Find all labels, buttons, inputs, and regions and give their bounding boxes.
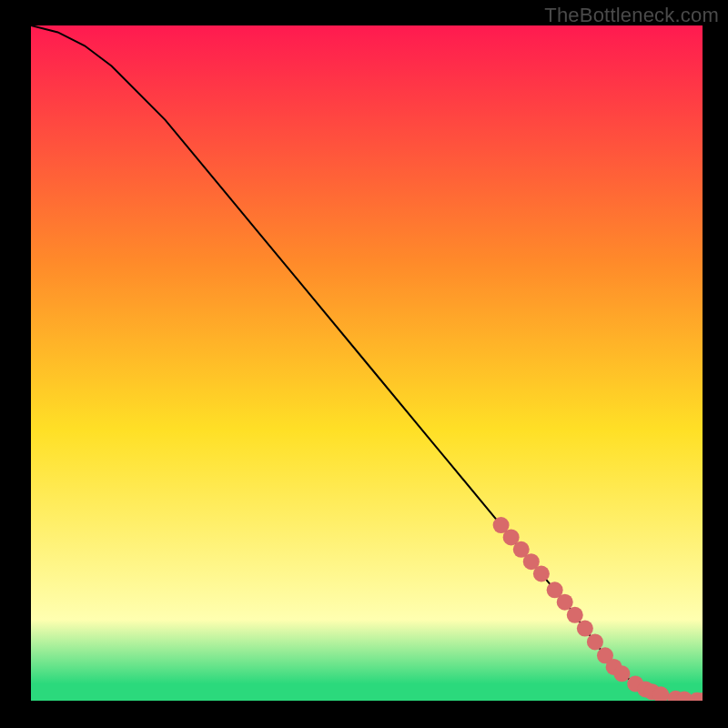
data-point: [557, 594, 573, 611]
data-point: [587, 633, 603, 650]
data-point: [613, 665, 630, 682]
data-point: [577, 621, 593, 637]
data-point: [533, 566, 550, 582]
watermark-text: TheBottleneck.com: [544, 4, 719, 27]
data-point: [567, 607, 583, 623]
chart-frame: TheBottleneck.com: [0, 0, 728, 728]
points-layer: [31, 25, 703, 701]
